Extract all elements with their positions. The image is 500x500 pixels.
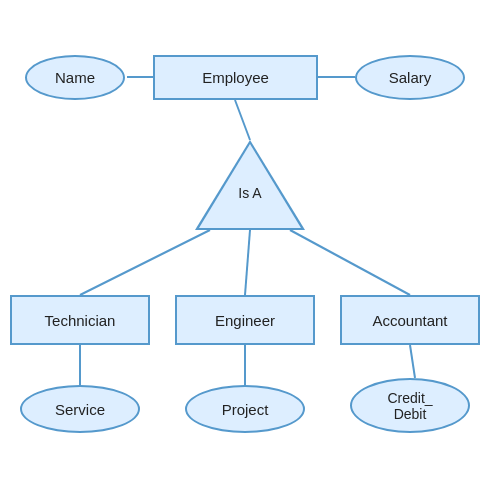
service-label: Service xyxy=(55,401,105,418)
svg-line-5 xyxy=(290,230,410,295)
name-label: Name xyxy=(55,69,95,86)
service-ellipse: Service xyxy=(20,385,140,433)
engineer-label: Engineer xyxy=(215,312,275,329)
isa-label: Is A xyxy=(238,185,261,201)
creditdebit-ellipse: Credit_ Debit xyxy=(350,378,470,433)
accountant-label: Accountant xyxy=(372,312,447,329)
svg-line-3 xyxy=(80,230,210,295)
technician-label: Technician xyxy=(45,312,116,329)
name-ellipse: Name xyxy=(25,55,125,100)
accountant-rect: Accountant xyxy=(340,295,480,345)
svg-line-2 xyxy=(235,100,250,140)
svg-line-4 xyxy=(245,230,250,295)
engineer-rect: Engineer xyxy=(175,295,315,345)
technician-rect: Technician xyxy=(10,295,150,345)
er-diagram: Name Employee Salary Is A Technician Eng… xyxy=(0,0,500,500)
project-ellipse: Project xyxy=(185,385,305,433)
creditdebit-label: Credit_ Debit xyxy=(387,390,432,422)
employee-rect: Employee xyxy=(153,55,318,100)
salary-label: Salary xyxy=(389,69,432,86)
project-label: Project xyxy=(222,401,269,418)
isa-triangle: Is A xyxy=(195,140,305,230)
svg-line-8 xyxy=(410,345,415,378)
salary-ellipse: Salary xyxy=(355,55,465,100)
employee-label: Employee xyxy=(202,69,269,86)
